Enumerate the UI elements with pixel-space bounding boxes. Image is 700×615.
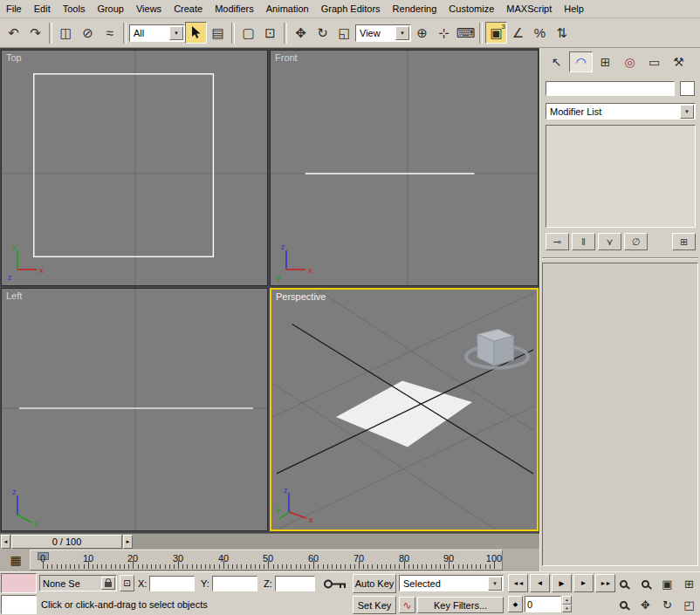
go-to-end-button[interactable]: ►►	[595, 574, 615, 592]
pin-stack-button[interactable]: ⊸	[546, 233, 569, 250]
open-mini-curve-editor-button[interactable]: ▦	[5, 551, 26, 569]
modifier-stack-list[interactable]	[546, 125, 696, 228]
menu-edit[interactable]: Edit	[28, 0, 57, 17]
y-coordinate-field[interactable]	[212, 576, 257, 591]
select-and-scale-button[interactable]: ◱	[333, 22, 355, 44]
menu-help[interactable]: Help	[558, 0, 590, 17]
unlink-selection-button[interactable]: ⊘	[77, 22, 99, 44]
spinner-up-button[interactable]: ▲	[562, 596, 572, 605]
bind-to-space-warp-button[interactable]: ≈	[99, 22, 120, 44]
tab-motion[interactable]: ◎	[618, 51, 642, 72]
menu-tools[interactable]: Tools	[57, 0, 92, 17]
select-and-rotate-button[interactable]: ↻	[312, 22, 333, 44]
time-slider-track[interactable]: ◄ 0 / 100 ►	[0, 533, 539, 549]
arc-rotate-button[interactable]: ↻	[657, 595, 677, 614]
spinner-snap-toggle-button[interactable]: ⇅	[551, 22, 573, 44]
chevron-down-icon[interactable]: ▼	[169, 26, 183, 40]
angle-snap-toggle-button[interactable]: ∠	[507, 22, 529, 44]
maximize-viewport-toggle-button[interactable]: ◰	[679, 595, 699, 614]
use-pivot-point-center-button[interactable]: ⊕	[411, 22, 433, 44]
spinner-down-button[interactable]: ▼	[562, 605, 572, 613]
tab-hierarchy[interactable]: ⊞	[594, 51, 617, 72]
tab-create[interactable]: ↖	[545, 51, 568, 72]
set-key-button[interactable]: Set Key	[353, 596, 396, 614]
viewport-left[interactable]: Left z y	[1, 288, 268, 531]
viewport-perspective-label[interactable]: Perspective	[276, 291, 326, 302]
viewport-front-label[interactable]: Front	[275, 52, 298, 63]
frame-ruler[interactable]: 0 10 20 30 40 50 60 70 80 90 100	[30, 550, 503, 571]
object-color-swatch[interactable]	[680, 81, 695, 96]
key-mode-dropdown[interactable]: Selected ▼	[399, 575, 504, 591]
snaps-toggle-3d-button[interactable]: ▣ 3	[485, 22, 507, 44]
viewport-top-label[interactable]: Top	[6, 52, 22, 63]
menu-group[interactable]: Group	[91, 0, 130, 17]
viewport-perspective[interactable]: Perspective z	[270, 288, 539, 531]
select-and-move-button[interactable]: ✥	[290, 22, 312, 44]
menu-animation[interactable]: Animation	[260, 0, 315, 17]
menu-customize[interactable]: Customize	[443, 0, 500, 17]
selection-filter-dropdown[interactable]: All ▼	[129, 24, 185, 42]
key-filters-button[interactable]: Key Filters...	[417, 597, 504, 613]
window-crossing-toggle-button[interactable]: ⊡	[259, 22, 281, 44]
zoom-extents-button[interactable]: ▣	[657, 574, 677, 593]
keyboard-shortcut-override-button[interactable]: ⌨	[455, 22, 477, 44]
key-mode-toggle-button[interactable]: ◆	[508, 596, 523, 612]
zoom-all-button[interactable]	[635, 574, 655, 593]
tab-modify[interactable]: ◠	[569, 51, 593, 72]
selection-lock-toggle[interactable]	[101, 577, 115, 590]
menu-views[interactable]: Views	[130, 0, 168, 17]
show-end-result-button[interactable]: ‖	[572, 233, 595, 250]
current-frame-field[interactable]	[525, 596, 561, 612]
menu-modifiers[interactable]: Modifiers	[209, 0, 260, 17]
chevron-down-icon[interactable]: ▼	[488, 577, 502, 591]
x-coordinate-field[interactable]	[149, 576, 195, 591]
configure-modifier-sets-button[interactable]: ⊞	[672, 233, 696, 250]
menu-create[interactable]: Create	[168, 0, 209, 17]
rectangular-selection-region-button[interactable]: ▢	[237, 22, 259, 44]
select-by-name-button[interactable]: ▤	[207, 22, 229, 44]
angle-icon: ∠	[512, 25, 524, 41]
macro-recorder-mini-listener[interactable]	[1, 573, 37, 593]
menu-file[interactable]: File	[0, 0, 28, 17]
viewport-top[interactable]: Top y x z	[1, 50, 268, 286]
tab-utilities[interactable]: ⚒	[667, 51, 690, 72]
chevron-down-icon[interactable]: ▼	[395, 26, 409, 40]
next-frame-button[interactable]: ►	[573, 574, 594, 592]
previous-frame-button[interactable]: ◄	[530, 574, 550, 592]
chevron-down-icon[interactable]: ▼	[680, 105, 694, 119]
percent-snap-toggle-button[interactable]: %	[529, 22, 551, 44]
modifier-list-dropdown[interactable]: Modifier List ▼	[546, 103, 696, 120]
major-ticks	[43, 561, 496, 569]
auto-key-button[interactable]: Auto Key	[353, 574, 396, 593]
reference-coordinate-system-dropdown[interactable]: View ▼	[355, 24, 411, 42]
tab-display[interactable]: ▭	[642, 51, 666, 72]
select-object-button[interactable]	[185, 22, 207, 44]
menu-rendering[interactable]: Rendering	[387, 0, 443, 17]
time-slider-prev-button[interactable]: ◄	[1, 535, 10, 549]
maxscript-mini-listener[interactable]	[1, 595, 37, 614]
redo-button[interactable]: ↷	[24, 22, 46, 44]
default-in-out-tangent-button[interactable]: ∿	[399, 597, 415, 613]
select-and-link-button[interactable]: ◫	[55, 22, 77, 44]
zoom-extents-all-button[interactable]: ⊞	[679, 574, 699, 593]
select-and-manipulate-button[interactable]: ⊹	[433, 22, 455, 44]
pan-view-button[interactable]: ✥	[635, 595, 655, 614]
go-to-start-button[interactable]: ◄◄	[508, 574, 528, 592]
zoom-region-button[interactable]	[614, 595, 634, 614]
object-name-field[interactable]	[546, 81, 675, 96]
menu-maxscript[interactable]: MAXScript	[500, 0, 558, 17]
z-coordinate-field[interactable]	[275, 576, 315, 591]
set-keys-key-icon[interactable]	[323, 578, 347, 590]
time-slider-handle[interactable]: 0 / 100	[11, 535, 122, 549]
menu-graph-editors[interactable]: Graph Editors	[315, 0, 387, 17]
viewport-left-label[interactable]: Left	[6, 290, 22, 301]
zoom-button[interactable]	[614, 574, 634, 593]
z-coordinate-label: Z:	[264, 578, 272, 589]
remove-modifier-button[interactable]: ∅	[624, 233, 648, 250]
absolute-offset-mode-toggle[interactable]: ⊡	[120, 575, 134, 591]
undo-button[interactable]: ↶	[3, 22, 24, 44]
make-unique-button[interactable]: ⋎	[598, 233, 621, 250]
viewport-front[interactable]: Front z x y	[270, 50, 539, 286]
time-slider-next-button[interactable]: ►	[123, 535, 133, 549]
play-animation-button[interactable]: ►	[552, 574, 572, 592]
